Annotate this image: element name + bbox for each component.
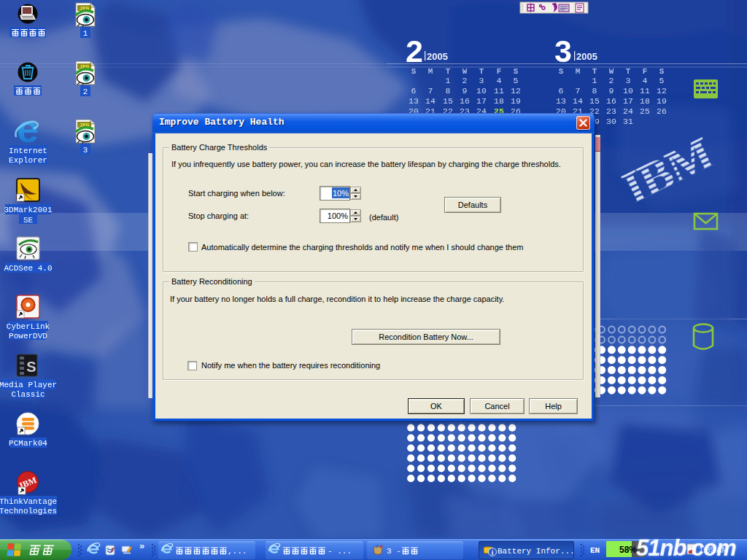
svg-text:W: W	[462, 67, 468, 76]
svg-text:19: 19	[511, 96, 521, 106]
svg-text:Internet: Internet	[9, 147, 47, 155]
svg-text:11: 11	[494, 86, 504, 96]
svg-text:25: 25	[640, 106, 650, 116]
svg-text:10: 10	[476, 86, 487, 96]
svg-text:23: 23	[606, 106, 616, 116]
svg-text:1: 1	[83, 29, 88, 38]
svg-text:- ...: - ...	[328, 547, 352, 556]
svg-text:18: 18	[640, 96, 650, 106]
svg-text:9: 9	[609, 86, 614, 96]
svg-text:SE: SE	[23, 216, 34, 225]
svg-text:30: 30	[606, 117, 616, 126]
svg-text:19: 19	[657, 96, 667, 106]
svg-text:3 -: 3 -	[387, 547, 401, 556]
svg-text:12: 12	[657, 86, 667, 96]
svg-text:15: 15	[589, 96, 600, 106]
svg-text:Explorer: Explorer	[9, 156, 47, 165]
svg-text:Media Player: Media Player	[0, 381, 57, 389]
svg-text:F: F	[497, 67, 502, 76]
svg-text:2005: 2005	[427, 51, 448, 62]
svg-text:17: 17	[623, 96, 633, 106]
svg-text:14: 14	[425, 96, 436, 106]
svg-text:6: 6	[411, 86, 417, 96]
svg-text:T: T	[592, 67, 597, 76]
svg-text:T: T	[446, 67, 451, 76]
svg-text:8: 8	[592, 86, 597, 96]
svg-text:11: 11	[640, 86, 650, 96]
svg-text:15: 15	[443, 96, 453, 106]
svg-text:7: 7	[576, 86, 581, 96]
svg-text:12: 12	[511, 86, 521, 96]
svg-text:1: 1	[592, 76, 597, 85]
svg-text:CyberLink: CyberLink	[7, 322, 50, 331]
svg-text:2005: 2005	[576, 51, 597, 62]
svg-text:16: 16	[606, 96, 616, 106]
svg-text:,...: ,...	[228, 547, 247, 556]
svg-text:Classic: Classic	[11, 390, 44, 399]
svg-text:4: 4	[643, 76, 648, 85]
svg-text:2: 2	[83, 88, 88, 96]
svg-text:13: 13	[409, 96, 419, 106]
svg-text:5: 5	[659, 76, 665, 85]
svg-text:T: T	[626, 67, 631, 76]
svg-text:S: S	[26, 359, 36, 375]
svg-text:7: 7	[428, 86, 433, 96]
svg-text:T: T	[479, 67, 484, 76]
svg-text:W: W	[609, 67, 614, 76]
svg-text:16: 16	[460, 96, 470, 106]
svg-text:3: 3	[626, 76, 631, 85]
svg-text:M: M	[576, 67, 581, 76]
svg-text:EN: EN	[590, 546, 600, 555]
svg-text:3: 3	[479, 76, 484, 85]
svg-text:Battery Infor...: Battery Infor...	[498, 547, 575, 556]
svg-text:ACDSee 4.0: ACDSee 4.0	[4, 264, 52, 273]
svg-text:Technologies: Technologies	[0, 507, 57, 516]
svg-text:58%: 58%	[619, 545, 637, 555]
svg-text:S: S	[559, 67, 564, 76]
svg-text:1: 1	[446, 76, 451, 85]
svg-text:14: 14	[573, 96, 583, 106]
svg-text:F: F	[643, 67, 648, 76]
svg-text:PowerDVD: PowerDVD	[9, 332, 47, 341]
svg-text:6: 6	[559, 86, 564, 96]
svg-text:2: 2	[406, 34, 423, 69]
svg-text:4: 4	[497, 76, 502, 85]
svg-text:26: 26	[657, 106, 667, 116]
svg-text:S: S	[411, 67, 417, 76]
svg-text:13: 13	[556, 96, 566, 106]
svg-text:S: S	[659, 67, 665, 76]
svg-text:18: 18	[494, 96, 504, 106]
svg-text:2: 2	[462, 76, 468, 85]
svg-text:M: M	[428, 67, 433, 76]
svg-text:ThinkVantage: ThinkVantage	[0, 497, 57, 506]
svg-text:3: 3	[83, 146, 88, 155]
svg-text:2: 2	[609, 76, 614, 85]
svg-text:10: 10	[623, 86, 633, 96]
svg-text:PCMark04: PCMark04	[9, 439, 47, 448]
svg-text:»: »	[139, 540, 144, 551]
svg-text:3DMark2001: 3DMark2001	[4, 206, 52, 214]
svg-text:31: 31	[623, 117, 633, 126]
svg-text:9: 9	[462, 86, 468, 96]
svg-text:S: S	[514, 67, 519, 76]
svg-text:3: 3	[554, 34, 572, 69]
svg-text:8: 8	[446, 86, 451, 96]
svg-text:24: 24	[623, 106, 633, 116]
svg-text:17: 17	[476, 96, 487, 106]
svg-text:5: 5	[514, 76, 519, 85]
svg-text:i: i	[492, 549, 494, 556]
